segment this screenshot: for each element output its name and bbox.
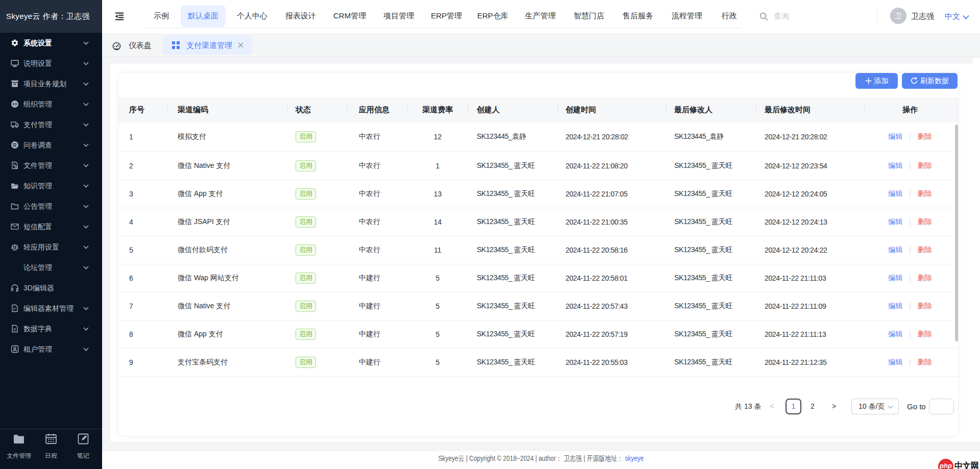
svg-text:R: R — [13, 328, 16, 331]
svg-text:P: P — [13, 307, 16, 311]
